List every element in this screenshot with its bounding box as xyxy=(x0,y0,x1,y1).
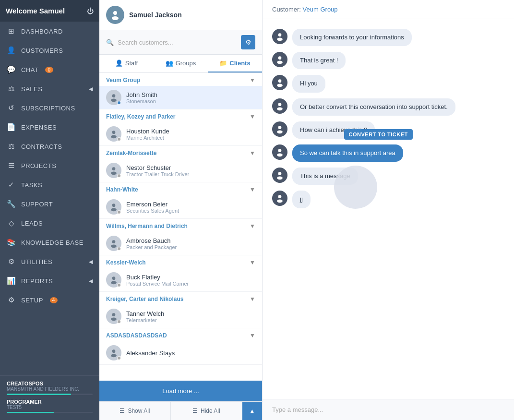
user-bar xyxy=(7,412,93,413)
tab-label-groups: Groups xyxy=(176,60,196,67)
message-text: Hi you xyxy=(300,80,318,87)
sidebar-item-sales[interactable]: ⚖ SALES ◀ xyxy=(0,79,99,98)
nav-label-contracts: CONTRACTS xyxy=(21,143,62,150)
chat-input[interactable] xyxy=(272,406,504,413)
nav-label-reports: REPORTS xyxy=(21,277,53,285)
customer-item[interactable]: Nestor Schuster Tractor-Trailer Truck Dr… xyxy=(99,159,262,182)
svg-point-19 xyxy=(277,38,283,41)
nav-icon-contracts: ⚖ xyxy=(7,142,16,151)
status-dot xyxy=(117,174,121,178)
group-header-veum-group[interactable]: Veum Group▼ xyxy=(99,73,262,86)
tab-groups[interactable]: 👥Groups xyxy=(154,55,208,72)
group-header-hahn-white[interactable]: Hahn-White▼ xyxy=(99,182,262,195)
svg-point-12 xyxy=(112,276,116,280)
group-header-willms,-hermann-and-dietrich[interactable]: Willms, Hermann and Dietrich▼ xyxy=(99,219,262,232)
sidebar-item-expenses[interactable]: 📄 EXPENSES xyxy=(0,118,99,137)
customer-info: Buck Flatley Postal Service Mail Carrier xyxy=(126,274,189,287)
svg-point-24 xyxy=(278,103,282,106)
nav-label-tasks: TASKS xyxy=(21,181,42,189)
convert-to-ticket-button[interactable]: CONVERT TO TICKET xyxy=(344,129,413,140)
customer-item[interactable]: Houston Kunde Marine Architect xyxy=(99,122,262,146)
show-all-button[interactable]: ☰ Show All xyxy=(99,402,170,420)
tab-icon-groups: 👥 xyxy=(166,60,173,67)
message-avatar xyxy=(272,29,287,44)
group-header-kessler-welch[interactable]: Kessler-Welch▼ xyxy=(99,255,262,268)
sidebar-item-contracts[interactable]: ⚖ CONTRACTS xyxy=(0,137,99,156)
customer-item[interactable]: Emerson Beier Securities Sales Agent xyxy=(99,195,262,219)
chevron-down-icon: ▼ xyxy=(250,113,255,120)
sidebar-item-tasks[interactable]: ✓ TASKS xyxy=(0,175,99,194)
hide-all-button[interactable]: ☰ Hide All xyxy=(171,402,242,420)
customer-info: Houston Kunde Marine Architect xyxy=(126,128,169,141)
svg-point-14 xyxy=(112,313,116,316)
message-avatar xyxy=(272,52,287,67)
svg-point-31 xyxy=(277,177,283,180)
customer-title: Packer and Packager xyxy=(126,244,177,250)
customer-info: Emerson Beier Securities Sales Agent xyxy=(126,201,179,214)
customer-name: John Smith xyxy=(126,91,157,98)
svg-point-15 xyxy=(111,318,117,321)
status-dot xyxy=(117,320,121,324)
nav-icon-reports: 📊 xyxy=(7,276,16,285)
customer-info: Nestor Schuster Tractor-Trailer Truck Dr… xyxy=(126,164,189,177)
sidebar-item-knowledge-base[interactable]: 📚 KNOWLEDGE BASE xyxy=(0,233,99,252)
sidebar-item-leads[interactable]: ◇ LEADS xyxy=(0,214,99,233)
group-name: Flatley, Kozey and Parker xyxy=(106,113,176,120)
customer-item[interactable]: John Smith Stonemason xyxy=(99,86,262,109)
customer-link[interactable]: Veum Group xyxy=(303,6,338,13)
nav-arrow-sales: ◀ xyxy=(89,86,93,92)
group-header-zemlak-morissette[interactable]: Zemlak-Morissette▼ xyxy=(99,146,262,159)
sidebar-item-chat[interactable]: 💬 CHAT 0 xyxy=(0,60,99,79)
group-header-flatley,-kozey-and-parker[interactable]: Flatley, Kozey and Parker▼ xyxy=(99,109,262,122)
search-input[interactable] xyxy=(118,39,237,46)
power-icon[interactable]: ⏻ xyxy=(87,7,94,15)
sidebar-item-setup[interactable]: ⚙ SETUP 4 xyxy=(0,290,99,310)
message-bubble: So we can talk this in support areaCONVE… xyxy=(292,144,403,162)
customer-title: Marine Architect xyxy=(126,135,169,141)
nav-label-subscriptions: SUBSCRIPTIONS xyxy=(21,105,75,112)
tab-staff[interactable]: 👤Staff xyxy=(99,55,154,72)
load-more-button[interactable]: Load more ... xyxy=(99,381,262,401)
customer-title: Postal Service Mail Carrier xyxy=(126,281,189,287)
tab-clients[interactable]: 📁Clients xyxy=(208,55,262,72)
up-arrow-button[interactable]: ▲ xyxy=(242,402,262,420)
gear-button[interactable]: ⚙ xyxy=(241,35,255,49)
message-avatar xyxy=(272,144,287,160)
svg-point-16 xyxy=(112,349,116,353)
sidebar-header: Welcome Samuel ⏻ xyxy=(0,0,99,22)
search-icon: 🔍 xyxy=(106,39,114,46)
chevron-down-icon: ▼ xyxy=(250,77,255,84)
svg-point-22 xyxy=(278,80,282,83)
chat-header: Customer: Veum Group xyxy=(263,0,514,19)
sidebar-item-dashboard[interactable]: ⊞ DASHBOARD xyxy=(0,22,99,41)
customer-item[interactable]: Tanner Welch Telemarketer xyxy=(99,305,262,328)
sidebar-item-utilities[interactable]: ⚙ UTILITIES ◀ xyxy=(0,252,99,271)
group-name: Kreiger, Carter and Nikolaus xyxy=(106,296,183,302)
message-avatar xyxy=(272,98,287,114)
sidebar: Welcome Samuel ⏻ ⊞ DASHBOARD 👤 CUSTOMERS… xyxy=(0,0,99,420)
customer-name: Houston Kunde xyxy=(126,128,169,135)
customer-avatar xyxy=(106,90,121,105)
nav-label-utilities: UTILITIES xyxy=(21,258,52,265)
svg-point-28 xyxy=(278,149,282,152)
sidebar-item-support[interactable]: 🔧 SUPPORT xyxy=(0,194,99,214)
sidebar-footer: CREATOSPOS MANSMITH AND FIELDERS INC. PR… xyxy=(0,375,99,420)
sidebar-item-subscriptions[interactable]: ↺ SUBSCRIPTIONS xyxy=(0,98,99,118)
sidebar-item-projects[interactable]: ☰ PROJECTS xyxy=(0,156,99,175)
chat-input-row xyxy=(263,399,514,420)
message-avatar xyxy=(272,191,287,206)
message-bubble: Looking forwards to your informations xyxy=(292,29,412,46)
sidebar-item-customers[interactable]: 👤 CUSTOMERS xyxy=(0,41,99,60)
customer-item[interactable]: Ambrose Bauch Packer and Packager xyxy=(99,232,262,255)
sidebar-item-reports[interactable]: 📊 REPORTS ◀ xyxy=(0,271,99,290)
message-row: This is a message xyxy=(272,168,504,185)
group-header-kreiger,-carter-and-nikolaus[interactable]: Kreiger, Carter and Nikolaus▼ xyxy=(99,292,262,305)
group-header-asdasdasdasdsad[interactable]: ASDASDASDASDSAD▼ xyxy=(99,328,262,341)
group-name: Zemlak-Morissette xyxy=(106,150,156,156)
customer-item[interactable]: Buck Flatley Postal Service Mail Carrier xyxy=(99,268,262,292)
customer-item[interactable]: Aleksander Stays xyxy=(99,341,262,365)
message-avatar xyxy=(272,121,287,137)
message-bubble: This is a message xyxy=(292,168,358,185)
nav-icon-subscriptions: ↺ xyxy=(7,104,16,112)
tab-label-clients: Clients xyxy=(229,60,250,67)
